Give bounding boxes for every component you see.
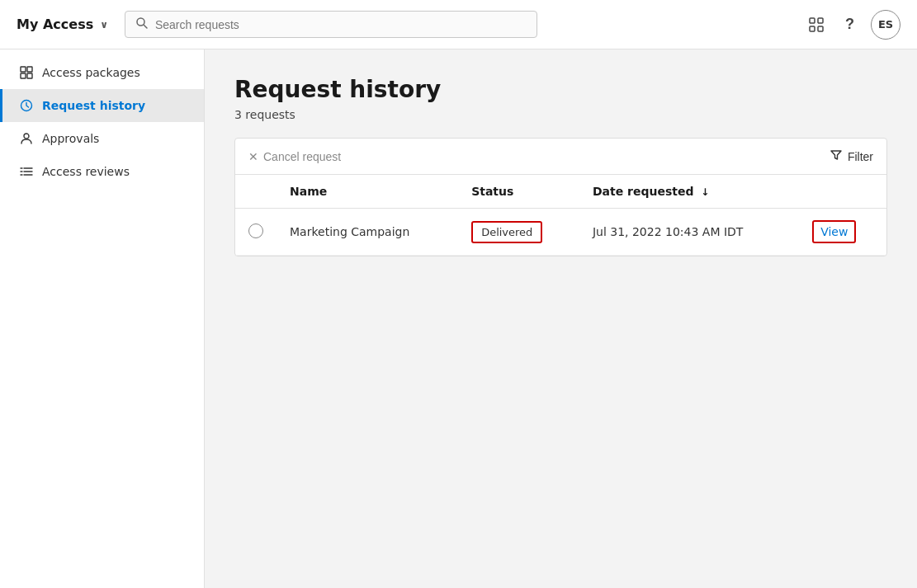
help-icon: ? [845,16,854,33]
svg-rect-5 [818,26,823,31]
sidebar-item-access-reviews[interactable]: Access reviews [0,155,204,188]
col-select [235,175,277,209]
svg-line-1 [144,26,147,29]
help-btn[interactable]: ? [842,12,858,36]
filter-button[interactable]: Filter [830,148,873,164]
sidebar-item-label: Request history [42,99,145,112]
sidebar-item-access-packages[interactable]: Access packages [0,56,204,89]
row-radio[interactable] [248,223,263,238]
col-action [799,175,886,209]
filter-label: Filter [848,150,873,163]
status-badge: Delivered [471,221,542,243]
filter-icon [830,148,843,164]
avatar-initials: ES [878,18,893,31]
sidebar-item-label: Access packages [42,66,140,79]
svg-rect-7 [27,67,32,72]
sidebar: Access packages Request history Approval… [0,49,205,588]
sort-arrow-icon: ↓ [701,186,709,198]
svg-point-0 [137,18,144,26]
table-toolbar: ✕ Cancel request Filter [235,139,886,175]
sidebar-item-approvals[interactable]: Approvals [0,122,204,155]
svg-rect-4 [810,26,815,31]
col-date-requested[interactable]: Date requested ↓ [579,175,799,209]
network-icon-btn[interactable] [804,12,829,37]
svg-rect-6 [21,67,26,72]
table-header-row: Name Status Date requested ↓ [235,175,886,209]
avatar[interactable]: ES [871,10,900,40]
svg-rect-3 [818,18,823,23]
sidebar-item-label: Approvals [42,132,99,145]
svg-rect-9 [27,73,32,78]
header: My Access ∨ ? ES [0,0,917,49]
row-select-cell[interactable] [235,209,277,256]
table-row: Marketing Campaign Delivered Jul 31, 202… [235,209,886,256]
row-date: Jul 31, 2022 10:43 AM IDT [579,209,799,256]
svg-rect-2 [810,18,815,23]
cancel-request-label: Cancel request [263,150,341,163]
cancel-x-icon: ✕ [248,150,258,163]
search-bar[interactable] [125,11,537,38]
brand-label: My Access [17,16,93,32]
view-link[interactable]: View [812,220,856,243]
main-content: Request history 3 requests ✕ Cancel requ… [205,49,917,588]
layout: Access packages Request history Approval… [0,49,917,588]
brand-chevron: ∨ [100,19,108,31]
col-name: Name [277,175,458,209]
svg-point-11 [24,134,29,139]
col-status: Status [458,175,579,209]
grid-icon [19,66,34,79]
cancel-request-button[interactable]: ✕ Cancel request [248,150,341,163]
svg-rect-8 [21,73,26,78]
requests-table: Name Status Date requested ↓ Marketing C… [235,175,886,256]
request-table-container: ✕ Cancel request Filter [234,138,887,256]
sidebar-item-label: Access reviews [42,165,130,178]
clock-icon [19,99,34,112]
request-count: 3 requests [234,108,887,121]
search-icon [135,16,149,32]
person-icon [19,132,34,145]
list-icon [19,165,34,178]
sidebar-item-request-history[interactable]: Request history [0,89,204,122]
row-action[interactable]: View [799,209,886,256]
brand[interactable]: My Access ∨ [17,16,108,32]
row-name: Marketing Campaign [277,209,458,256]
row-status: Delivered [458,209,579,256]
page-title: Request history [234,76,887,103]
header-actions: ? ES [804,10,900,40]
search-input[interactable] [155,18,527,31]
